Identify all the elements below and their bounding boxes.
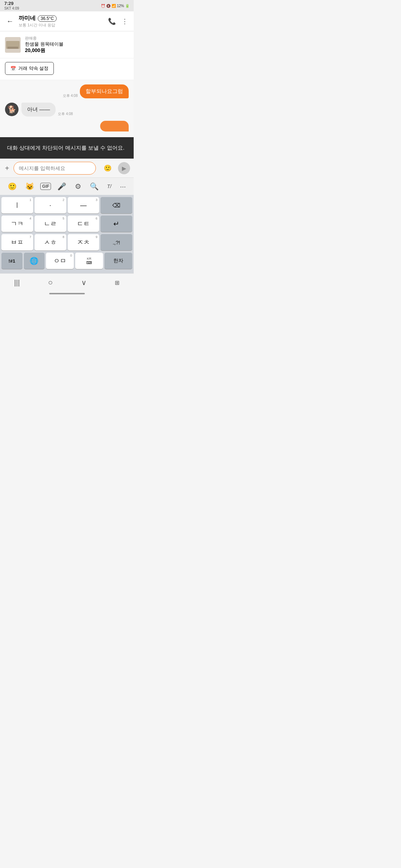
toolbar-mic-btn[interactable]: 🎤 xyxy=(55,181,68,192)
alarm-icon: ⏰ xyxy=(101,4,105,8)
avatar: 🐕 xyxy=(5,103,19,116)
input-area: + 🙂 ▶ xyxy=(0,159,134,177)
key-5[interactable]: 5 ㄴㄹ xyxy=(35,216,66,232)
toolbar-more-btn[interactable]: ··· xyxy=(118,181,128,192)
msg-time-out-1: 오후 4:08 xyxy=(63,93,78,98)
product-name: 한샘물 원목테이블 xyxy=(25,41,129,47)
avatar-dog-icon: 🐕 xyxy=(7,105,16,114)
product-price: 20,000원 xyxy=(25,47,129,54)
key-kr[interactable]: KR ⌨ xyxy=(75,253,103,269)
toolbar-gif-btn[interactable]: GIF xyxy=(40,183,51,190)
bubble-in-1: 아녀 —— xyxy=(21,103,56,117)
key-0[interactable]: 0 ㅇㅁ xyxy=(46,253,74,269)
msg-incoming-content: 아녀 —— 오후 4:08 xyxy=(21,103,73,117)
key-enter[interactable]: ↵ xyxy=(101,216,132,232)
attach-button[interactable]: + xyxy=(4,164,11,173)
blocked-message: 대화 상대에게 차단되어 메시지를 보낼 수 없어요. xyxy=(7,145,124,151)
key-4[interactable]: 4 ㄱㅋ xyxy=(1,216,33,232)
key-2[interactable]: 2 · xyxy=(35,197,66,213)
keyboard-toolbar: 🙂 😺 GIF 🎤 ⚙ 🔍 T/ ··· xyxy=(0,177,134,195)
korean-keyboard: 1 ㅣ 2 · 3 — ⌫ 4 ㄱㅋ 5 ㄴㄹ 6 ㄷㅌ ↵ 7 ㅂㅍ xyxy=(0,195,134,273)
message-outgoing-1: 오후 4:08 할부되나요그럼 xyxy=(5,84,129,98)
product-status: 판매중 xyxy=(25,36,129,41)
nav-home-button[interactable]: ○ xyxy=(45,277,56,288)
toolbar-text-btn[interactable]: T/ xyxy=(105,182,113,191)
key-3[interactable]: 3 — xyxy=(68,197,99,213)
input-wrapper: 🙂 xyxy=(14,162,115,175)
trade-btn-area: 📅 거래 약속 설정 xyxy=(0,58,134,80)
keyboard-row-4: !#1 🌐 0 ㅇㅁ KR ⌨ 한자 xyxy=(1,253,132,269)
more-menu-button[interactable]: ⋮ xyxy=(121,17,129,26)
battery-icon: 🔋 xyxy=(125,4,129,8)
key-globe[interactable]: 🌐 xyxy=(24,253,45,269)
header-title-area: 까미네 36.5°C 보통 1시간 이내 응답 xyxy=(19,15,107,28)
home-indicator xyxy=(0,290,134,297)
key-symbols[interactable]: !#1 xyxy=(1,253,22,269)
shop-name: 까미네 xyxy=(19,15,36,22)
key-7[interactable]: 7 ㅂㅍ xyxy=(1,234,33,250)
header-subtitle: 보통 1시간 이내 응답 xyxy=(19,22,107,28)
product-image xyxy=(5,37,21,53)
toolbar-search-btn[interactable]: 🔍 xyxy=(88,181,101,192)
key-hanja[interactable]: 한자 xyxy=(104,253,132,269)
bubble-partial-shape xyxy=(100,121,129,131)
temperature-badge: 36.5°C xyxy=(38,15,57,22)
mute-icon: 🔇 xyxy=(106,4,110,8)
key-6[interactable]: 6 ㄷㅌ xyxy=(68,216,99,232)
status-carrier: SKT 4:09 xyxy=(4,6,19,11)
status-left: 7:29 SKT 4:09 xyxy=(4,1,19,11)
key-8[interactable]: 8 ㅅㅎ xyxy=(35,234,66,250)
key-1[interactable]: 1 ㅣ xyxy=(1,197,33,213)
keyboard-row-3: 7 ㅂㅍ 8 ㅅㅎ 9 ㅈㅊ .,?! xyxy=(1,234,132,250)
nav-back-button[interactable]: ∨ xyxy=(78,278,90,288)
battery-percent: 12% xyxy=(117,4,124,8)
status-bar: 7:29 SKT 4:09 ⏰ 🔇 📶 12% 🔋 xyxy=(0,0,134,11)
calendar-icon: 📅 xyxy=(10,66,16,71)
bubble-out-1: 할부되나요그럼 xyxy=(80,84,129,98)
product-info: 판매중 한샘물 원목테이블 20,000원 xyxy=(25,36,129,54)
chat-area: 오후 4:08 할부되나요그럼 🐕 아녀 —— 오후 4:08 xyxy=(0,80,134,137)
product-img-table xyxy=(6,41,20,49)
toolbar-sticker-btn[interactable]: 😺 xyxy=(23,181,36,192)
message-input[interactable] xyxy=(14,162,96,175)
msg-time-in-1: 오후 4:08 xyxy=(58,112,73,117)
blocked-tooltip: 대화 상대에게 차단되어 메시지를 보낼 수 없어요. xyxy=(0,137,134,159)
keyboard-row-2: 4 ㄱㅋ 5 ㄴㄹ 6 ㄷㅌ ↵ xyxy=(1,216,132,232)
toolbar-settings-btn[interactable]: ⚙ xyxy=(73,181,83,192)
status-time: 7:29 xyxy=(4,1,19,6)
status-right: ⏰ 🔇 📶 12% 🔋 xyxy=(101,4,129,8)
keyboard-row-1: 1 ㅣ 2 · 3 — ⌫ xyxy=(1,197,132,213)
send-button[interactable]: ▶ xyxy=(118,162,130,174)
chat-header: ← 까미네 36.5°C 보통 1시간 이내 응답 📞 ⋮ xyxy=(0,11,134,31)
toolbar-emoji-btn[interactable]: 🙂 xyxy=(6,181,19,192)
key-9[interactable]: 9 ㅈㅊ xyxy=(68,234,99,250)
key-backspace[interactable]: ⌫ xyxy=(101,197,132,213)
key-punct[interactable]: .,?! xyxy=(101,234,132,250)
call-button[interactable]: 📞 xyxy=(107,17,117,26)
emoji-button[interactable]: 🙂 xyxy=(104,164,112,172)
message-incoming-1: 🐕 아녀 —— 오후 4:08 xyxy=(5,103,129,117)
nav-keyboard-button[interactable]: ⊞ xyxy=(111,279,123,287)
home-bar xyxy=(49,293,85,294)
trade-btn-label: 거래 약속 설정 xyxy=(18,65,48,72)
back-button[interactable]: ← xyxy=(5,16,15,27)
header-icons: 📞 ⋮ xyxy=(107,17,129,26)
trade-schedule-button[interactable]: 📅 거래 약속 설정 xyxy=(5,62,54,75)
header-name: 까미네 36.5°C xyxy=(19,15,107,22)
nav-bar: ||| ○ ∨ ⊞ xyxy=(0,273,134,290)
product-card[interactable]: 판매중 한샘물 원목테이블 20,000원 xyxy=(0,31,134,58)
partial-bubble xyxy=(5,121,129,131)
network-icon: 📶 xyxy=(112,4,116,8)
nav-recent-button[interactable]: ||| xyxy=(11,278,24,288)
